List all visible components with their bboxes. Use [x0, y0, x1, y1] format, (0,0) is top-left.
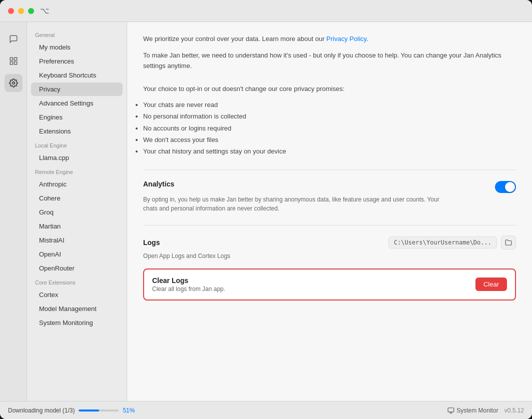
svg-rect-3: [14, 62, 17, 64]
svg-point-4: [12, 82, 15, 84]
nav-item-martian[interactable]: Martian: [31, 220, 123, 233]
app-window: ⌥ General My models Preferences Keyboard…: [0, 0, 532, 419]
nav-item-mistralai[interactable]: MistralAI: [31, 234, 123, 247]
traffic-lights: [8, 8, 34, 14]
clear-logs-card: Clear Logs Clear all logs from Jan app. …: [143, 268, 516, 300]
bottom-bar: Downloading model (1/3) 51% System Monit…: [0, 401, 532, 419]
divider-2: [143, 225, 516, 226]
download-info: Downloading model (1/3) 51%: [8, 407, 135, 414]
promise-item: No accounts or logins required: [143, 122, 516, 134]
logs-section: Logs C:\Users\YourUsername\Do... Open Ap…: [143, 236, 516, 260]
nav-item-model-management[interactable]: Model Management: [31, 302, 123, 316]
logs-desc: Open App Logs and Cortex Logs: [143, 252, 453, 260]
nav-item-engines[interactable]: Engines: [31, 110, 123, 124]
privacy-intro-1: We prioritize your control over your dat…: [143, 34, 516, 44]
system-monitor[interactable]: System Monitor: [447, 407, 498, 414]
svg-rect-5: [448, 408, 454, 412]
promise-item: Your chats are never read: [143, 99, 516, 110]
local-engine-section-label: Local Engine: [27, 138, 127, 150]
download-label: Downloading model (1/3): [8, 407, 75, 414]
svg-rect-0: [10, 58, 13, 60]
privacy-intro-section: We prioritize your control over your dat…: [143, 34, 516, 71]
logs-path-text: C:\Users\YourUsername\Do...: [388, 236, 497, 248]
chat-nav-button[interactable]: [5, 30, 23, 48]
nav-item-cortex[interactable]: Cortex: [31, 288, 123, 302]
analytics-desc: By opting in, you help us make Jan bette…: [143, 195, 453, 213]
core-extensions-section-label: Core Extensions: [27, 276, 127, 288]
progress-bar-fill: [79, 410, 99, 412]
clear-button[interactable]: Clear: [475, 278, 507, 291]
nav-item-keyboard-shortcuts[interactable]: Keyboard Shortcuts: [31, 68, 123, 82]
nav-item-preferences[interactable]: Preferences: [31, 54, 123, 68]
minimize-button[interactable]: [18, 8, 24, 14]
clear-logs-info: Clear Logs Clear all logs from Jan app.: [152, 276, 225, 292]
svg-rect-1: [14, 58, 17, 60]
nav-item-extensions[interactable]: Extensions: [31, 124, 123, 138]
privacy-promises-list: Your chats are never read No personal in…: [143, 99, 516, 158]
app-icon: ⌥: [40, 6, 49, 16]
clear-logs-title: Clear Logs: [152, 276, 225, 284]
clear-logs-desc: Clear all logs from Jan app.: [152, 286, 225, 292]
divider-1: [143, 170, 516, 170]
nav-item-advanced-settings[interactable]: Advanced Settings: [31, 96, 123, 110]
privacy-promises-section: Your choice to opt-in or out doesn't cha…: [143, 83, 516, 157]
nav-item-cohere[interactable]: Cohere: [31, 192, 123, 205]
open-folder-button[interactable]: [501, 236, 516, 250]
privacy-intro-2: To make Jan better, we need to understan…: [143, 50, 516, 72]
promise-item: Your chat history and settings stay on y…: [143, 146, 516, 157]
nav-item-system-monitoring[interactable]: System Monitoring: [31, 316, 123, 330]
promise-item: We don't access your files: [143, 134, 516, 146]
nav-sidebar: General My models Preferences Keyboard S…: [27, 22, 127, 401]
app-layout: General My models Preferences Keyboard S…: [0, 22, 532, 401]
nav-item-openai[interactable]: OpenAI: [31, 248, 123, 261]
version-label: v0.5.12: [504, 407, 524, 414]
analytics-row: Analytics: [143, 180, 516, 193]
progress-percent: 51%: [123, 407, 135, 414]
nav-item-anthropic[interactable]: Anthropic: [31, 178, 123, 191]
promise-item: No personal information is collected: [143, 110, 516, 122]
icon-sidebar: [0, 22, 27, 401]
privacy-choice-text: Your choice to opt-in or out doesn't cha…: [143, 83, 516, 94]
titlebar: ⌥: [0, 0, 532, 22]
close-button[interactable]: [8, 8, 14, 14]
logs-title: Logs: [143, 238, 160, 246]
nav-item-privacy[interactable]: Privacy: [31, 82, 123, 96]
remote-engine-section-label: Remote Engine: [27, 165, 127, 177]
system-monitor-label: System Monitor: [456, 407, 498, 414]
main-content: We prioritize your control over your dat…: [127, 22, 532, 401]
bottom-right: System Monitor v0.5.12: [447, 407, 524, 414]
settings-nav-button[interactable]: [5, 74, 23, 92]
logs-header: Logs C:\Users\YourUsername\Do...: [143, 236, 516, 250]
analytics-section: Analytics By opting in, you help us make…: [143, 180, 516, 213]
nav-item-llamacpp[interactable]: Llama.cpp: [31, 151, 123, 164]
logs-path-container: C:\Users\YourUsername\Do...: [388, 236, 516, 250]
privacy-policy-link[interactable]: Privacy Policy: [326, 35, 366, 42]
progress-bar: [79, 410, 119, 412]
models-nav-button[interactable]: [5, 52, 23, 70]
nav-item-groq[interactable]: Groq: [31, 206, 123, 219]
analytics-title: Analytics: [143, 180, 174, 188]
maximize-button[interactable]: [28, 8, 34, 14]
nav-item-openrouter[interactable]: OpenRouter: [31, 262, 123, 275]
svg-rect-2: [10, 62, 13, 64]
general-section-label: General: [27, 28, 127, 40]
analytics-toggle[interactable]: [495, 181, 516, 193]
nav-item-my-models[interactable]: My models: [31, 40, 123, 54]
